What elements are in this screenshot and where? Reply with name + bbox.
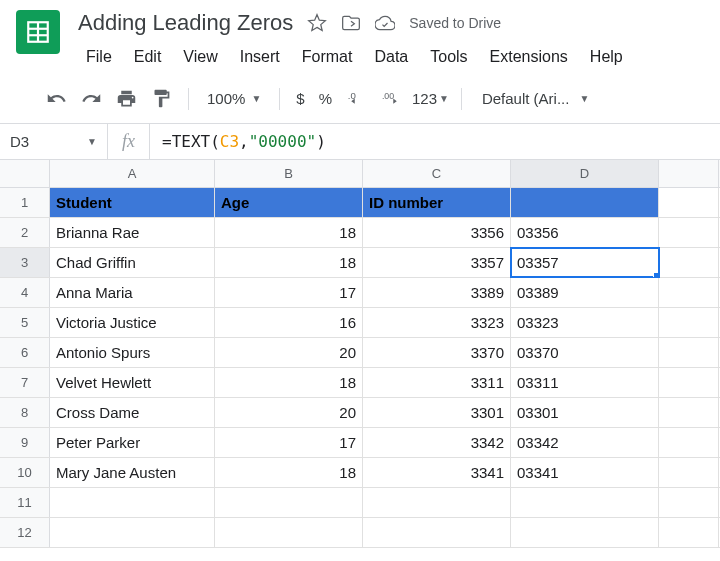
cell-c12[interactable] xyxy=(363,518,511,547)
cell-d10[interactable]: 03341 xyxy=(511,458,659,487)
row-header-11[interactable]: 11 xyxy=(0,488,50,517)
cell-a9[interactable]: Peter Parker xyxy=(50,428,215,457)
row-header-8[interactable]: 8 xyxy=(0,398,50,427)
cell-a2[interactable]: Brianna Rae xyxy=(50,218,215,247)
cell-e11[interactable] xyxy=(659,488,719,517)
font-select[interactable]: Default (Ari... ▼ xyxy=(474,90,597,107)
col-header-d[interactable]: D xyxy=(511,160,659,187)
percent-button[interactable]: % xyxy=(315,90,336,107)
name-box[interactable]: D3 ▼ xyxy=(0,124,108,159)
menu-insert[interactable]: Insert xyxy=(232,44,288,70)
cell-c10[interactable]: 3341 xyxy=(363,458,511,487)
select-all-corner[interactable] xyxy=(0,160,50,187)
zoom-select[interactable]: 100% ▼ xyxy=(201,90,267,107)
col-header-c[interactable]: C xyxy=(363,160,511,187)
cell-e4[interactable] xyxy=(659,278,719,307)
menu-help[interactable]: Help xyxy=(582,44,631,70)
currency-button[interactable]: $ xyxy=(292,90,308,107)
cell-e7[interactable] xyxy=(659,368,719,397)
redo-button[interactable] xyxy=(77,84,106,113)
cell-b4[interactable]: 17 xyxy=(215,278,363,307)
cell-b12[interactable] xyxy=(215,518,363,547)
cell-b10[interactable]: 18 xyxy=(215,458,363,487)
cell-c6[interactable]: 3370 xyxy=(363,338,511,367)
cell-d4[interactable]: 03389 xyxy=(511,278,659,307)
cell-e9[interactable] xyxy=(659,428,719,457)
cell-c11[interactable] xyxy=(363,488,511,517)
cell-b11[interactable] xyxy=(215,488,363,517)
cell-e10[interactable] xyxy=(659,458,719,487)
cloud-icon[interactable] xyxy=(375,13,395,33)
paint-format-button[interactable] xyxy=(147,84,176,113)
print-button[interactable] xyxy=(112,84,141,113)
menu-file[interactable]: File xyxy=(78,44,120,70)
menu-view[interactable]: View xyxy=(175,44,225,70)
col-header-a[interactable]: A xyxy=(50,160,215,187)
cell-e5[interactable] xyxy=(659,308,719,337)
cell-b2[interactable]: 18 xyxy=(215,218,363,247)
decrease-decimal-button[interactable]: .0 xyxy=(342,84,371,113)
cell-d1[interactable] xyxy=(511,188,659,217)
cell-a4[interactable]: Anna Maria xyxy=(50,278,215,307)
cell-a6[interactable]: Antonio Spurs xyxy=(50,338,215,367)
cell-c8[interactable]: 3301 xyxy=(363,398,511,427)
row-header-6[interactable]: 6 xyxy=(0,338,50,367)
menu-edit[interactable]: Edit xyxy=(126,44,170,70)
cell-e2[interactable] xyxy=(659,218,719,247)
cell-d11[interactable] xyxy=(511,488,659,517)
menu-data[interactable]: Data xyxy=(366,44,416,70)
cell-e8[interactable] xyxy=(659,398,719,427)
cell-d12[interactable] xyxy=(511,518,659,547)
row-header-10[interactable]: 10 xyxy=(0,458,50,487)
cell-d7[interactable]: 03311 xyxy=(511,368,659,397)
cell-d9[interactable]: 03342 xyxy=(511,428,659,457)
row-header-12[interactable]: 12 xyxy=(0,518,50,547)
row-header-3[interactable]: 3 xyxy=(0,248,50,277)
cell-c5[interactable]: 3323 xyxy=(363,308,511,337)
cell-a12[interactable] xyxy=(50,518,215,547)
cell-e6[interactable] xyxy=(659,338,719,367)
row-header-1[interactable]: 1 xyxy=(0,188,50,217)
cell-c9[interactable]: 3342 xyxy=(363,428,511,457)
cell-d6[interactable]: 03370 xyxy=(511,338,659,367)
cell-b9[interactable]: 17 xyxy=(215,428,363,457)
cell-a5[interactable]: Victoria Justice xyxy=(50,308,215,337)
cell-a1[interactable]: Student xyxy=(50,188,215,217)
cell-b3[interactable]: 18 xyxy=(215,248,363,277)
cell-b6[interactable]: 20 xyxy=(215,338,363,367)
row-header-9[interactable]: 9 xyxy=(0,428,50,457)
menu-extensions[interactable]: Extensions xyxy=(482,44,576,70)
cell-e12[interactable] xyxy=(659,518,719,547)
move-icon[interactable] xyxy=(341,13,361,33)
cell-a3[interactable]: Chad Griffin xyxy=(50,248,215,277)
increase-decimal-button[interactable]: .00 xyxy=(377,84,406,113)
cell-d3[interactable]: 03357 xyxy=(511,248,659,277)
cell-a11[interactable] xyxy=(50,488,215,517)
cell-c7[interactable]: 3311 xyxy=(363,368,511,397)
cell-d8[interactable]: 03301 xyxy=(511,398,659,427)
cell-e1[interactable] xyxy=(659,188,719,217)
cell-c1[interactable]: ID number xyxy=(363,188,511,217)
cell-c2[interactable]: 3356 xyxy=(363,218,511,247)
cell-d5[interactable]: 03323 xyxy=(511,308,659,337)
cell-d2[interactable]: 03356 xyxy=(511,218,659,247)
menu-format[interactable]: Format xyxy=(294,44,361,70)
col-header-e[interactable] xyxy=(659,160,719,187)
doc-title[interactable]: Adding Leading Zeros xyxy=(78,10,293,36)
menu-tools[interactable]: Tools xyxy=(422,44,475,70)
cell-c4[interactable]: 3389 xyxy=(363,278,511,307)
undo-button[interactable] xyxy=(42,84,71,113)
cell-e3[interactable] xyxy=(659,248,719,277)
col-header-b[interactable]: B xyxy=(215,160,363,187)
row-header-2[interactable]: 2 xyxy=(0,218,50,247)
row-header-5[interactable]: 5 xyxy=(0,308,50,337)
cell-a10[interactable]: Mary Jane Austen xyxy=(50,458,215,487)
cell-b5[interactable]: 16 xyxy=(215,308,363,337)
formula-input[interactable]: =TEXT(C3,"00000") xyxy=(150,132,720,151)
cell-b8[interactable]: 20 xyxy=(215,398,363,427)
star-icon[interactable] xyxy=(307,13,327,33)
sheets-logo[interactable] xyxy=(16,10,60,54)
cell-c3[interactable]: 3357 xyxy=(363,248,511,277)
row-header-4[interactable]: 4 xyxy=(0,278,50,307)
cell-b7[interactable]: 18 xyxy=(215,368,363,397)
